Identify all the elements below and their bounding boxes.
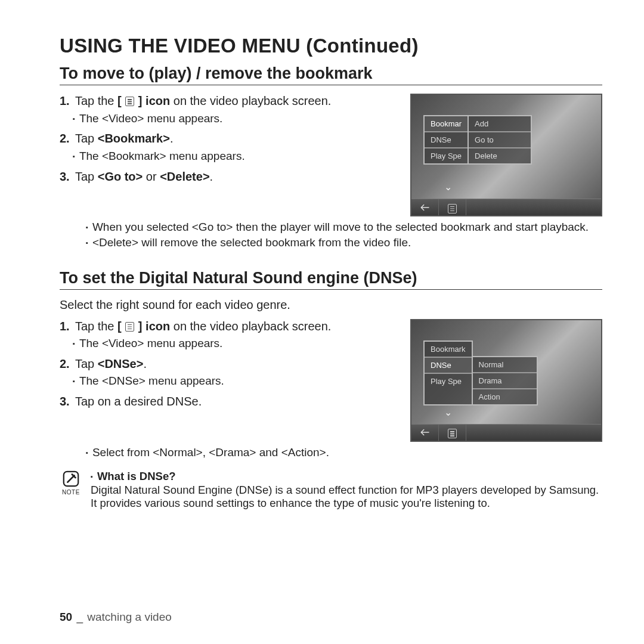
s2-step3: 3. Tap on a desired DNSe. bbox=[60, 394, 394, 410]
menu-left-item: Bookmar bbox=[425, 116, 467, 131]
step-number: 3. bbox=[60, 395, 70, 408]
menu-right-item: Normal bbox=[473, 357, 537, 372]
section2-subtitle: To set the Digital Natural Sound engine … bbox=[60, 269, 602, 290]
chevron-down-icon: ⌄ bbox=[444, 181, 452, 193]
menu-icon bbox=[125, 97, 134, 106]
menu-left-item: Play Spe bbox=[425, 147, 467, 163]
menu-right-item: Drama bbox=[473, 372, 537, 388]
menu-icon bbox=[439, 199, 466, 215]
device-screenshot-bookmark: Bookmar DNSe Play Spe Add Go to Delete ⌄ bbox=[410, 94, 602, 216]
menu-right-item: Action bbox=[473, 388, 537, 404]
s1-step2: 2. Tap <Bookmark>. The <Bookmark> menu a… bbox=[60, 131, 394, 163]
note-answer: Digital Natural Sound Engine (DNSe) is a… bbox=[91, 484, 602, 510]
s2-step3-sub: Select from <Normal>, <Drama> and <Actio… bbox=[86, 445, 602, 460]
s2-step2: 2. Tap <DNSe>. The <DNSe> menu appears. bbox=[60, 357, 394, 388]
footer-section: watching a video bbox=[87, 611, 172, 623]
s1-step3: 3. Tap <Go to> or <Delete>. bbox=[60, 169, 394, 185]
note-label: NOTE bbox=[60, 489, 82, 496]
s1-step1: 1. Tap the [ ] icon on the video playbac… bbox=[60, 94, 394, 125]
step-number: 1. bbox=[60, 94, 70, 107]
step-number: 1. bbox=[60, 320, 70, 333]
chevron-down-icon: ⌄ bbox=[444, 407, 452, 418]
menu-left-item: DNSe bbox=[425, 357, 472, 373]
page-title: USING THE VIDEO MENU (Continued) bbox=[60, 35, 602, 57]
step-number: 2. bbox=[60, 357, 70, 370]
s2-step1-sub: The <Video> menu appears. bbox=[73, 336, 394, 351]
s1-step1-sub: The <Video> menu appears. bbox=[73, 112, 394, 126]
note-icon: NOTE bbox=[60, 470, 82, 496]
s2-step1: 1. Tap the [ ] icon on the video playbac… bbox=[60, 319, 394, 351]
back-icon bbox=[411, 425, 439, 441]
menu-icon bbox=[125, 322, 134, 332]
menu-icon bbox=[439, 425, 466, 441]
footer-separator: _ bbox=[76, 611, 83, 623]
device-screenshot-dnse: Bookmark DNSe Play Spe Normal Drama Acti… bbox=[410, 319, 602, 442]
s2-step2-sub: The <DNSe> menu appears. bbox=[73, 374, 394, 388]
page-number: 50 bbox=[60, 611, 72, 623]
menu-right-item: Go to bbox=[469, 131, 531, 147]
menu-right-item: Add bbox=[469, 116, 531, 131]
s1-step3-sub2: <Delete> will remove the selected bookma… bbox=[86, 236, 602, 250]
step-number: 3. bbox=[60, 170, 70, 183]
step-number: 2. bbox=[60, 132, 70, 145]
menu-left-item: Bookmark bbox=[425, 342, 472, 357]
back-icon bbox=[411, 199, 439, 215]
s1-step3-sub1: When you selected <Go to> then the playe… bbox=[86, 220, 602, 234]
s1-step2-sub: The <Bookmark> menu appears. bbox=[73, 149, 394, 163]
menu-left-item: Play Spe bbox=[425, 373, 472, 389]
note-question: What is DNSe? bbox=[91, 470, 602, 484]
menu-right-item: Delete bbox=[469, 147, 531, 163]
section1-subtitle: To move to (play) / remove the bookmark bbox=[60, 64, 602, 85]
page-footer: 50 _ watching a video bbox=[60, 611, 172, 624]
menu-left-item: DNSe bbox=[425, 131, 467, 147]
section2-intro: Select the right sound for each video ge… bbox=[60, 298, 602, 312]
